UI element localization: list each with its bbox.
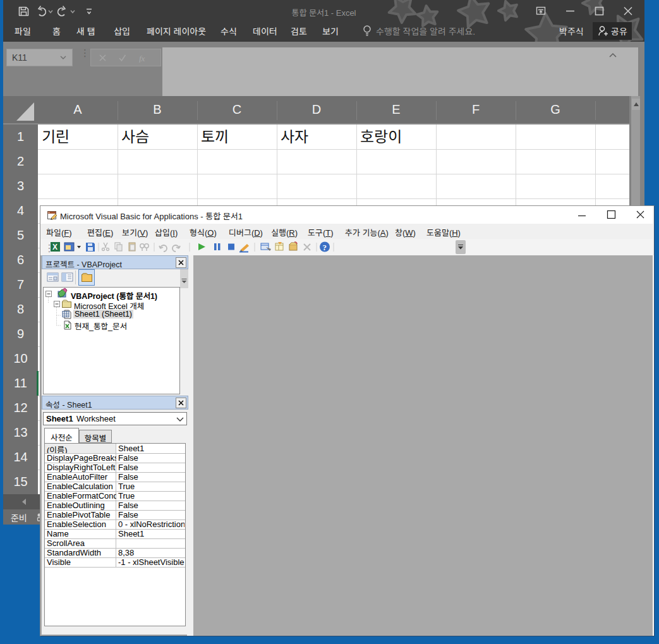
svg-text:?: ? <box>323 243 327 252</box>
svg-text:X: X <box>52 243 57 252</box>
svg-text:fx: fx <box>139 54 145 63</box>
